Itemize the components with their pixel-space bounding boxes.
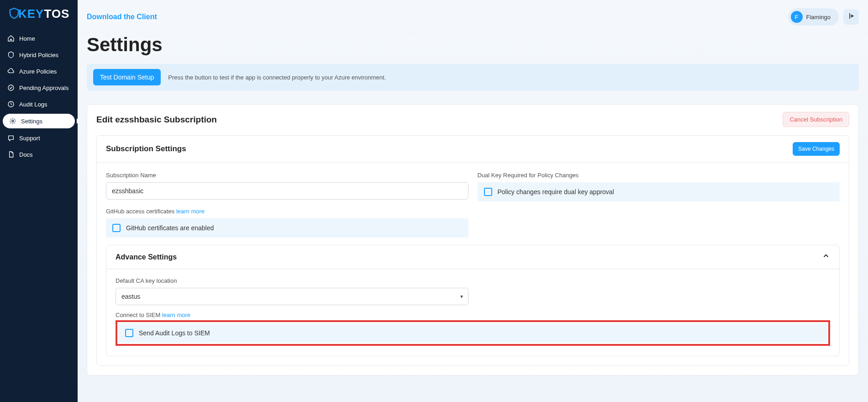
siem-label: Connect to SIEM learn more — [116, 312, 830, 318]
sidebar-item-home[interactable]: Home — [0, 30, 78, 47]
download-client-link[interactable]: Download the Client — [87, 13, 157, 21]
cloud-icon — [7, 68, 15, 75]
ca-location-label: Default CA key location — [116, 277, 468, 284]
logout-button[interactable] — [843, 9, 859, 25]
sidebar-item-label: Azure Policies — [19, 68, 57, 75]
avatar: F — [791, 11, 803, 23]
test-domain-setup-button[interactable]: Test Domain Setup — [93, 69, 161, 85]
logout-icon — [847, 12, 855, 22]
sidebar-item-label: Support — [19, 135, 40, 142]
content: Settings Test Domain Setup Press the but… — [78, 34, 868, 394]
github-text: GitHub certificates are enabled — [126, 224, 214, 232]
sidebar-item-audit-logs[interactable]: Audit Logs — [0, 96, 78, 112]
sidebar-item-label: Hybrid Policies — [19, 52, 58, 58]
sidebar: KEYTOS Home Hybrid Policies Azure Polici… — [0, 0, 78, 402]
chat-icon — [7, 134, 15, 142]
check-circle-icon — [7, 84, 15, 91]
alert-bar: Test Domain Setup Press the button to te… — [87, 64, 859, 90]
dualkey-checkbox[interactable] — [484, 188, 492, 196]
ca-location-select[interactable]: eastus — [116, 288, 468, 305]
subscription-name-label: Subscription Name — [106, 172, 468, 179]
advance-settings-accordion: Advance Settings Default CA key location… — [106, 245, 840, 356]
sidebar-item-docs[interactable]: Docs — [0, 146, 78, 163]
sidebar-item-azure-policies[interactable]: Azure Policies — [0, 63, 78, 79]
subscription-card: Edit ezsshbasic Subscription Cancel Subs… — [87, 104, 859, 376]
github-checkbox-row[interactable]: GitHub certificates are enabled — [106, 218, 468, 238]
subscription-settings-title: Subscription Settings — [106, 144, 186, 153]
ca-location-group: Default CA key location eastus — [116, 277, 468, 305]
dualkey-checkbox-row[interactable]: Policy changes require dual key approval — [478, 182, 840, 201]
save-changes-button[interactable]: Save Changes — [793, 142, 840, 156]
advance-settings-header[interactable]: Advance Settings — [106, 245, 839, 269]
siem-checkbox-row[interactable]: Send Audit Logs to SIEM — [119, 323, 827, 343]
dualkey-label: Dual Key Required for Policy Changes — [478, 172, 840, 179]
topbar: Download the Client F Flamingo — [78, 0, 868, 34]
sidebar-item-label: Pending Approvals — [19, 85, 68, 91]
subscription-card-header: Edit ezsshbasic Subscription Cancel Subs… — [87, 105, 858, 134]
siem-group: Connect to SIEM learn more Send Audit Lo… — [116, 312, 830, 346]
subscription-name-group: Subscription Name — [106, 172, 468, 201]
clock-icon — [7, 100, 15, 108]
dualkey-text: Policy changes require dual key approval — [498, 188, 614, 196]
github-checkbox[interactable] — [112, 224, 121, 232]
sidebar-item-label: Docs — [19, 151, 33, 158]
sidebar-item-hybrid-policies[interactable]: Hybrid Policies — [0, 47, 78, 63]
siem-highlight: Send Audit Logs to SIEM — [116, 320, 830, 346]
advance-settings-title: Advance Settings — [116, 253, 177, 261]
shield-icon — [9, 7, 19, 21]
cancel-subscription-button[interactable]: Cancel Subscription — [783, 112, 849, 127]
svg-point-2 — [12, 120, 14, 122]
logo[interactable]: KEYTOS — [0, 5, 78, 30]
subscription-name-input[interactable] — [106, 182, 468, 200]
sidebar-item-label: Settings — [21, 118, 42, 125]
github-label: GitHub access certificates learn more — [106, 208, 468, 215]
main: Download the Client F Flamingo Settings … — [78, 0, 868, 402]
subscription-settings-card: Subscription Settings Save Changes Subsc… — [96, 135, 849, 366]
siem-learn-more-link[interactable]: learn more — [162, 312, 190, 318]
sidebar-item-support[interactable]: Support — [0, 130, 78, 146]
github-learn-more-link[interactable]: learn more — [176, 208, 205, 215]
siem-text: Send Audit Logs to SIEM — [139, 329, 210, 337]
shield-icon — [7, 51, 15, 58]
sidebar-item-pending-approvals[interactable]: Pending Approvals — [0, 79, 78, 96]
subscription-settings-header: Subscription Settings Save Changes — [97, 136, 849, 163]
chevron-up-icon — [822, 252, 830, 262]
user-badge[interactable]: F Flamingo — [788, 8, 839, 26]
alert-text: Press the button to test if the app is c… — [168, 74, 386, 81]
logo-text: KEYTOS — [18, 7, 69, 21]
svg-point-0 — [8, 85, 14, 90]
sidebar-item-label: Audit Logs — [19, 101, 47, 108]
github-group: GitHub access certificates learn more Gi… — [106, 208, 468, 238]
page-title: Settings — [87, 34, 859, 56]
sidebar-item-label: Home — [19, 35, 35, 42]
subscription-header-title: Edit ezsshbasic Subscription — [96, 115, 217, 125]
gear-icon — [9, 117, 16, 125]
sidebar-item-settings[interactable]: Settings — [3, 114, 75, 128]
document-icon — [7, 151, 15, 158]
user-name: Flamingo — [806, 14, 831, 21]
dualkey-group: Dual Key Required for Policy Changes Pol… — [478, 172, 840, 201]
siem-checkbox[interactable] — [125, 329, 133, 337]
home-icon — [7, 35, 15, 42]
